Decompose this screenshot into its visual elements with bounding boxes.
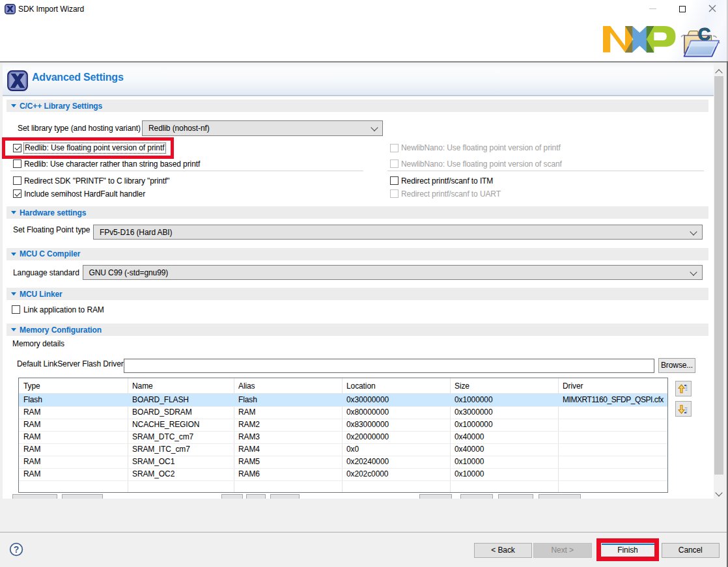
svg-text:?: ? xyxy=(14,544,19,555)
